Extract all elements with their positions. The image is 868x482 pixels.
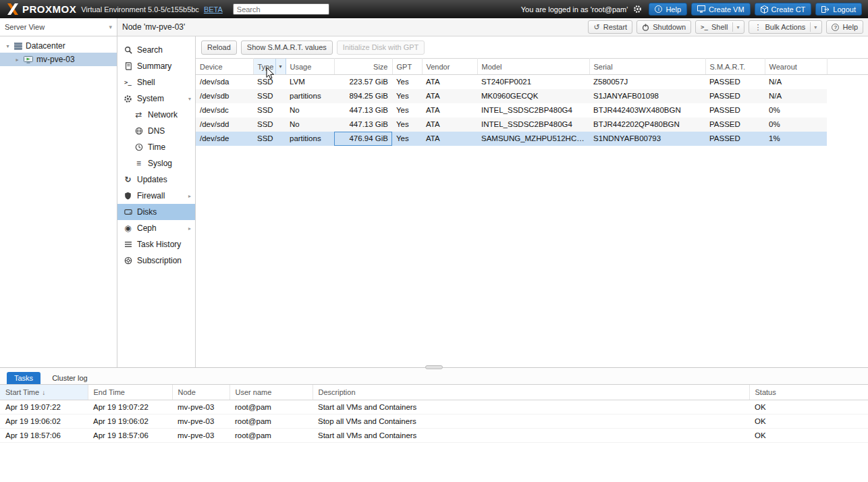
cell-device: /dev/sda [196,75,253,89]
help-button[interactable]: i Help [649,3,687,16]
main-area: Server View ▾ ▾ Datacenter ▸ [0,18,868,367]
cell-gpt: Yes [392,117,422,132]
reload-button[interactable]: Reload [201,41,237,55]
nav-item-search[interactable]: Search [117,42,195,58]
nav-item-time[interactable]: Time [117,139,195,155]
tasks-header-row: Start Time↓ End Time Node User name Desc… [0,385,868,400]
disk-row-sdb[interactable]: /dev/sdb SSD partitions 894.25 GiB Yes A… [196,89,868,103]
column-header-usage[interactable]: Usage [286,59,334,75]
cell-type: SSD [253,89,286,103]
nav-label: Subscription [137,256,182,265]
expander-icon[interactable]: ▾ [5,43,11,49]
column-header-gpt[interactable]: GPT [392,59,422,75]
chevron-down-icon: ▾ [279,63,281,70]
node-help-button[interactable]: ? Help [826,20,863,34]
cell-description: Start all VMs and Containers [313,428,749,442]
tab-cluster-log[interactable]: Cluster log [45,372,95,384]
disk-row-sdd[interactable]: /dev/sdd SSD No 447.13 GiB Yes ATA INTEL… [196,117,868,132]
nav-item-firewall[interactable]: Firewall ▸ [117,188,195,204]
cell-vendor: ATA [422,75,477,89]
cube-icon [761,5,768,14]
task-row[interactable]: Apr 19 19:07:22 Apr 19 19:07:22 mv-pve-0… [0,400,868,414]
gear-icon[interactable] [633,5,642,14]
nav-item-task-history[interactable]: Task History [117,236,195,252]
logout-button[interactable]: Logout [815,3,862,16]
beta-link[interactable]: BETA [204,5,223,14]
column-header-model[interactable]: Model [477,59,589,75]
nav-item-network[interactable]: ⇄ Network [117,107,195,123]
nav-item-syslog[interactable]: ≡ Syslog [117,155,195,171]
cell-smart: PASSED [705,117,765,132]
column-label: User name [236,388,272,396]
book-icon [123,62,133,70]
disks-panel: Reload Show S.M.A.R.T. values Initialize… [196,36,868,367]
disk-row-sda[interactable]: /dev/sda SSD LVM 223.57 GiB Yes ATA ST24… [196,75,868,89]
shell-button[interactable]: >_ Shell ▾ [695,20,744,34]
splitter-handle[interactable] [425,365,443,369]
proxmox-logo: PROXMOX [6,3,76,15]
create-vm-button[interactable]: Create VM [691,3,751,16]
disk-row-sde[interactable]: /dev/sde SSD partitions 476.94 GiB Yes A… [196,132,868,146]
disk-row-sdc[interactable]: /dev/sdc SSD No 447.13 GiB Yes ATA INTEL… [196,103,868,117]
column-header-device[interactable]: Device [196,59,253,75]
show-smart-button[interactable]: Show S.M.A.R.T. values [241,41,333,55]
expander-icon[interactable]: ▸ [14,57,20,63]
task-row[interactable]: Apr 19 18:57:06 Apr 19 18:57:06 mv-pve-0… [0,428,868,442]
global-search-input[interactable] [233,3,329,15]
nav-label: Firewall [137,191,165,200]
sort-desc-icon: ↓ [42,389,45,396]
restart-button[interactable]: ↺ Restart [588,20,632,34]
column-header-description[interactable]: Description [313,385,749,400]
bulk-actions-button[interactable]: ⋮ Bulk Actions ▾ [749,20,822,34]
column-header-serial[interactable]: Serial [589,59,705,75]
cell-usage: No [286,117,334,132]
column-header-end-time[interactable]: End Time [88,385,172,400]
column-header-size[interactable]: Size [334,59,392,75]
column-header-node[interactable]: Node [172,385,229,400]
tree-item-node[interactable]: ▸ mv-pve-03 [0,53,117,66]
cell-model: MK0960GECQK [477,89,589,103]
view-selector[interactable]: Server View ▾ [0,18,117,36]
clock-icon [134,143,144,151]
nav-item-disks[interactable]: Disks [117,204,195,220]
column-label: Type [258,63,274,71]
init-gpt-button: Initialize Disk with GPT [337,41,425,55]
cell-status: OK [749,428,868,442]
column-label: Serial [594,63,613,71]
column-header-smart[interactable]: S.M.A.R.T. [705,59,765,75]
cell-wearout: 0% [765,117,827,132]
cell-status: OK [749,400,868,414]
column-header-vendor[interactable]: Vendor [422,59,477,75]
nav-item-updates[interactable]: ↻ Updates [117,171,195,188]
column-header-user-name[interactable]: User name [229,385,313,400]
chevron-down-icon[interactable]: ▾ [732,22,739,32]
column-header-start-time[interactable]: Start Time↓ [0,385,88,400]
column-label: Size [373,63,387,71]
shutdown-button[interactable]: Shutdown [636,20,691,34]
chevron-down-icon[interactable]: ▾ [810,22,817,32]
cell-start-time: Apr 19 19:07:22 [0,400,88,414]
restart-icon: ↺ [593,23,599,32]
nav-item-system[interactable]: System ▾ [117,90,195,107]
nav-item-ceph[interactable]: ◉ Ceph ▸ [117,220,195,236]
cell-gpt: Yes [392,89,422,103]
chevron-right-icon: ▸ [188,225,191,232]
globe-icon [134,127,144,135]
column-menu-trigger[interactable]: ▾ [275,59,286,74]
column-header-type[interactable]: Type ▾ [253,59,286,75]
tab-tasks[interactable]: Tasks [7,372,40,384]
nav-item-shell[interactable]: >_ Shell [117,74,195,90]
tree-item-datacenter[interactable]: ▾ Datacenter [0,39,117,53]
column-header-status[interactable]: Status [749,385,868,400]
nav-item-summary[interactable]: Summary [117,58,195,74]
nav-item-subscription[interactable]: Subscription [117,252,195,269]
cell-end-time: Apr 19 19:06:02 [88,414,172,428]
column-header-wearout[interactable]: Wearout [765,59,827,75]
column-label: Description [319,388,356,396]
node-content: Search Summary >_ [117,36,868,367]
logout-icon [821,6,830,13]
task-row[interactable]: Apr 19 19:06:02 Apr 19 19:06:02 mv-pve-0… [0,414,868,428]
cell-status: OK [749,414,868,428]
nav-item-dns[interactable]: DNS [117,123,195,139]
create-ct-button[interactable]: Create CT [755,3,812,16]
